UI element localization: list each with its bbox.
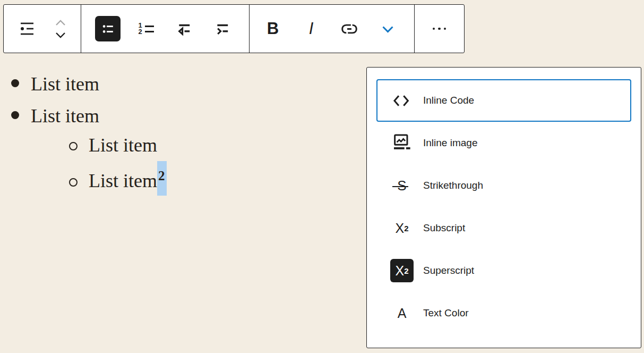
italic-button[interactable]: I [292, 5, 330, 52]
menu-item-inline-code[interactable]: Inline Code [376, 79, 631, 122]
nested-list-bullet [69, 142, 78, 150]
numbered-list-icon: 1 2 [138, 22, 153, 35]
block-movers [49, 16, 72, 41]
list-bullet [11, 111, 19, 119]
indent-button[interactable] [203, 5, 242, 52]
editor-canvas: 1 2 [0, 0, 644, 353]
indent-icon [213, 22, 231, 36]
list-block-button[interactable] [12, 5, 42, 52]
text-color-icon: A [390, 306, 414, 321]
outdent-button[interactable] [165, 5, 203, 52]
nested-list-bullet [69, 178, 78, 187]
menu-item-label: Superscript [423, 265, 474, 276]
toolbar-group-inline-format: B I [250, 5, 415, 53]
menu-item-label: Strikethrough [423, 180, 483, 191]
selected-superscript-text[interactable]: 2 [157, 161, 167, 196]
list-item-text[interactable]: List item [31, 106, 99, 125]
toolbar-group-list: 1 2 [81, 5, 250, 53]
link-icon [340, 23, 358, 35]
superscript-icon: X2 [390, 259, 414, 282]
menu-item-superscript[interactable]: X2 Superscript [376, 249, 631, 292]
menu-item-label: Inline image [423, 137, 477, 149]
strikethrough-icon: S [390, 178, 414, 194]
ellipsis-icon [433, 28, 446, 30]
more-formats-dropdown-button[interactable] [368, 5, 407, 52]
toolbar-group-options [415, 5, 464, 53]
options-button[interactable] [420, 5, 459, 52]
menu-item-label: Inline Code [423, 95, 474, 106]
numbered-list-button[interactable]: 1 2 [127, 5, 165, 52]
move-up-button[interactable] [50, 16, 71, 28]
outdent-icon [175, 22, 193, 36]
bulleted-list-icon [95, 16, 121, 41]
chevron-down-icon [54, 31, 67, 39]
list-item-text[interactable]: List item [31, 74, 99, 94]
formats-dropdown-menu: Inline Code Inline image S Strikethrough… [366, 67, 641, 348]
menu-item-label: Text Color [423, 307, 469, 319]
numbered-icon-digit-2: 2 [138, 29, 142, 35]
list-block-icon [18, 19, 37, 38]
list-item-text: List item [89, 170, 157, 191]
menu-item-inline-image[interactable]: Inline image [376, 122, 631, 164]
move-down-button[interactable] [50, 29, 71, 41]
list-bullet [11, 79, 19, 87]
nested-list-item-text[interactable]: List item2 [89, 171, 167, 190]
menu-item-text-color[interactable]: A Text Color [376, 292, 631, 334]
menu-item-label: Subscript [423, 222, 465, 234]
toolbar-group-block [4, 5, 81, 53]
block-toolbar: 1 2 [3, 4, 465, 53]
chevron-down-icon [381, 24, 395, 33]
menu-item-strikethrough[interactable]: S Strikethrough [376, 164, 631, 207]
chevron-up-icon [54, 19, 67, 27]
menu-item-subscript[interactable]: X2 Subscript [376, 207, 631, 249]
italic-icon: I [309, 19, 314, 38]
bulleted-list-button[interactable] [89, 5, 127, 52]
inline-code-icon [390, 94, 414, 108]
bold-button[interactable]: B [254, 5, 292, 52]
link-button[interactable] [330, 5, 368, 52]
bold-icon: B [267, 19, 279, 38]
inline-image-icon [390, 132, 414, 154]
subscript-icon: X2 [390, 221, 414, 236]
nested-list-item-text[interactable]: List item [89, 136, 157, 155]
